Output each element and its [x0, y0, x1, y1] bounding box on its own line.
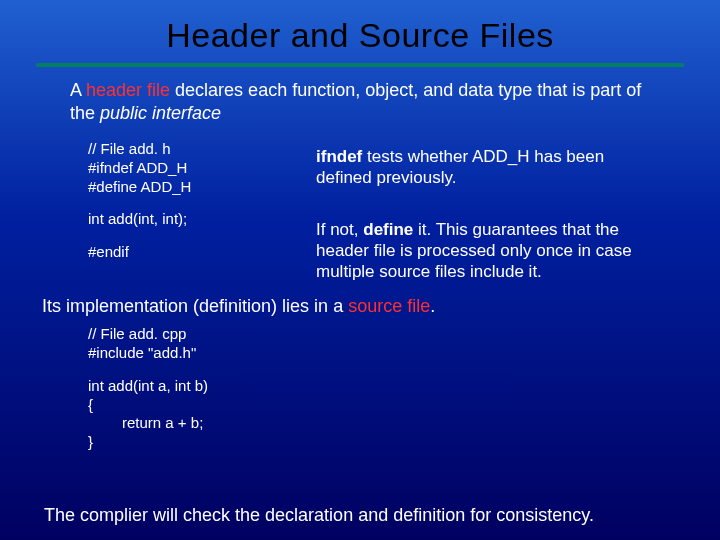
header-code-block: // File add. h #ifndef ADD_H #define ADD… — [88, 140, 288, 262]
code-sig: int add(int a, int b) — [88, 377, 664, 396]
middle-prefix: Its implementation (definition) lies in … — [42, 296, 348, 316]
code-endif: #endif — [88, 243, 288, 262]
header-code-row: // File add. h #ifndef ADD_H #define ADD… — [88, 140, 664, 282]
header-desc-block: ifndef tests whether ADD_H has been defi… — [316, 140, 664, 282]
code-define: #define ADD_H — [88, 178, 288, 197]
code-ifndef: #ifndef ADD_H — [88, 159, 288, 178]
code-comment: // File add. cpp — [88, 325, 664, 344]
desc-bold-term: define — [363, 220, 413, 239]
code-spacer — [88, 363, 664, 377]
code-decl: int add(int, int); — [88, 210, 288, 229]
desc-ifndef: ifndef tests whether ADD_H has been defi… — [316, 146, 664, 189]
slide-body: A header file declares each function, ob… — [0, 79, 720, 452]
code-return: return a + b; — [122, 414, 664, 433]
code-include: #include "add.h" — [88, 344, 664, 363]
intro-prefix: A — [70, 80, 86, 100]
middle-suffix: . — [430, 296, 435, 316]
code-close-brace: } — [88, 433, 664, 452]
middle-red-term: source file — [348, 296, 430, 316]
code-spacer — [88, 196, 288, 210]
intro-emphasis: public interface — [100, 103, 221, 123]
slide-title: Header and Source Files — [0, 0, 720, 55]
desc-define: If not, define it. This guarantees that … — [316, 219, 664, 283]
code-spacer — [88, 229, 288, 243]
desc-bold-term: ifndef — [316, 147, 362, 166]
code-open-brace: { — [88, 396, 664, 415]
middle-text: Its implementation (definition) lies in … — [42, 296, 664, 317]
source-code-block: // File add. cpp #include "add.h" int ad… — [88, 325, 664, 452]
intro-text: A header file declares each function, ob… — [70, 79, 664, 124]
desc-prefix: If not, — [316, 220, 363, 239]
title-divider — [36, 63, 684, 67]
code-comment: // File add. h — [88, 140, 288, 159]
intro-red-term: header file — [86, 80, 170, 100]
footer-text: The complier will check the declaration … — [0, 505, 720, 526]
